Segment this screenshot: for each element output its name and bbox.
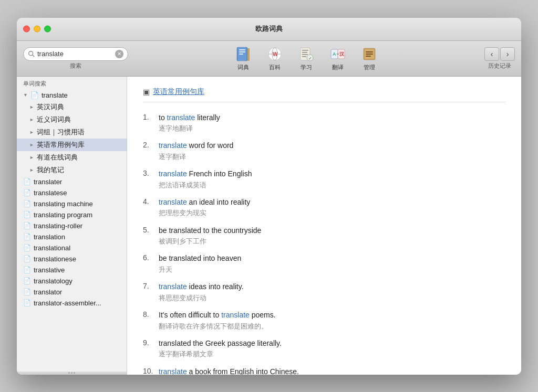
svg-rect-14 (302, 50, 308, 51)
example-en: It's often difficult to translate poems. (159, 310, 276, 321)
window-title: 欧路词典 (255, 24, 283, 34)
sidebar-item-youDao[interactable]: ►有道在线词典 (17, 151, 127, 164)
svg-rect-16 (302, 54, 308, 55)
search-clear-button[interactable]: ✕ (115, 50, 123, 58)
svg-rect-15 (302, 52, 307, 53)
toolbar-xuexi-button[interactable]: ✓ 学习 (292, 44, 321, 73)
example-content: translate a book from English into Chine… (159, 367, 299, 375)
toolbar-buttons: 词典 W 百科 (229, 44, 384, 73)
example-zh: 翻译诗歌在许多情况下都是困难的。 (159, 322, 276, 331)
guanli-icon (361, 46, 378, 62)
toolbar-guanli-button[interactable]: 管理 (355, 44, 384, 73)
main-content: 单词搜索 ▼📄translate►英汉词典►近义词词典►词组｜习惯用语►英语常用… (17, 77, 521, 375)
doc-icon: 📄 (23, 255, 31, 262)
search-label: 搜索 (70, 62, 81, 70)
sidebar-item-yinghan[interactable]: ►英汉词典 (17, 101, 127, 113)
svg-text:A: A (333, 51, 336, 57)
sidebar-item-translational[interactable]: 📄translational (17, 242, 127, 253)
maximize-button[interactable] (44, 26, 51, 33)
folder-icon: 📄 (30, 91, 39, 99)
fanyi-label: 翻译 (332, 63, 344, 71)
sidebar-item-label: 词组｜习惯用语 (37, 128, 85, 137)
sidebar-item-translater[interactable]: 📄translater (17, 176, 127, 187)
example-en: translate an ideal into reality (159, 197, 250, 208)
example-en: translated the Greek passage literally. (159, 338, 282, 349)
sidebar-item-label: translatology (34, 277, 73, 285)
chevron-right-icon: ► (29, 117, 34, 122)
sidebar-item-translation[interactable]: 📄translation (17, 231, 127, 242)
fanyi-icon: A 汉 (329, 46, 346, 62)
sidebar-item-liju[interactable]: ►英语常用例句库 (17, 139, 127, 151)
example-item: 8.It's often difficult to translate poem… (143, 310, 505, 331)
doc-icon: 📄 (23, 178, 31, 185)
chevron-down-icon: ▼ (23, 92, 28, 98)
sidebar-item-translatology[interactable]: 📄translatology (17, 276, 127, 287)
highlight-word: translate (159, 169, 187, 178)
example-number: 2. (143, 141, 154, 162)
sidebar-section-label: 单词搜索 (17, 77, 127, 90)
sidebar-item-label: 我的笔记 (37, 165, 64, 175)
chevron-right-icon: ► (29, 142, 34, 147)
sidebar-item-translative[interactable]: 📄translative (17, 264, 127, 276)
section-header-title[interactable]: 英语常用例句库 (153, 87, 204, 97)
sidebar-item-notes[interactable]: ►我的笔记 (17, 164, 127, 176)
sidebar-item-cizu[interactable]: ►词组｜习惯用语 (17, 126, 127, 139)
example-en: to translate literally (159, 113, 220, 123)
example-number: 4. (143, 197, 154, 218)
nav-arrows: ‹ › (484, 47, 515, 61)
baike-label: 百科 (269, 63, 281, 71)
search-input[interactable]: translate (37, 50, 113, 58)
doc-icon: 📄 (23, 266, 31, 273)
sidebar-item-jinyi[interactable]: ►近义词词典 (17, 113, 127, 126)
example-number: 8. (143, 310, 154, 331)
chevron-right-icon: ► (29, 130, 34, 135)
example-zh: 逐字地翻译 (159, 124, 220, 133)
toolbar: translate ✕ 搜索 词典 (17, 41, 521, 77)
highlight-word: translate (159, 282, 187, 291)
sidebar-item-label: 英语常用例句库 (37, 140, 85, 150)
example-item: 1.to translate literally逐字地翻译 (143, 113, 505, 134)
example-number: 3. (143, 169, 154, 190)
svg-point-0 (29, 51, 33, 55)
doc-icon: 📄 (23, 189, 31, 196)
minimize-button[interactable] (34, 26, 40, 33)
highlight-word: translate (167, 113, 195, 122)
sidebar-item-label: translating program (34, 211, 92, 219)
example-en: translate a book from English into Chine… (159, 367, 299, 375)
example-en: be translated to the countryside (159, 226, 261, 236)
example-item: 10.translate a book from English into Ch… (143, 367, 505, 375)
chevron-right-icon: ► (29, 104, 34, 110)
sidebar-item-translationese[interactable]: 📄translationese (17, 253, 127, 264)
doc-icon: 📄 (23, 288, 31, 295)
example-item: 4.translate an ideal into reality把理想变为现实 (143, 197, 505, 218)
nav-label: 历史记录 (488, 62, 511, 70)
sidebar-item-translate-root[interactable]: ▼📄translate (17, 90, 127, 101)
doc-icon: 📄 (23, 222, 31, 229)
sidebar-item-label: translating-roller (34, 222, 82, 230)
toolbar-cidian-button[interactable]: 词典 (229, 44, 258, 73)
sidebar-resize-handle[interactable] (17, 372, 127, 375)
content-area: ▣ 英语常用例句库 1.to translate literally逐字地翻译2… (127, 77, 521, 375)
doc-icon: 📄 (23, 277, 31, 284)
example-content: translate ideas into reality.将思想变成行动 (159, 282, 244, 303)
baike-icon: W (266, 46, 283, 62)
sidebar-item-translating-roller[interactable]: 📄translating-roller (17, 220, 127, 231)
forward-button[interactable]: › (500, 47, 515, 61)
close-button[interactable] (23, 26, 30, 33)
sidebar-item-translator[interactable]: 📄translator (17, 287, 127, 298)
xuexi-label: 学习 (301, 63, 312, 71)
svg-rect-27 (366, 54, 373, 55)
back-button[interactable]: ‹ (484, 47, 499, 61)
sidebar-item-label: translator (34, 288, 62, 296)
search-box[interactable]: translate ✕ (23, 47, 128, 61)
example-content: to translate literally逐字地翻译 (159, 113, 220, 134)
sidebar-item-translatese[interactable]: 📄translatese (17, 187, 127, 198)
example-en: be translated into heaven (159, 253, 241, 264)
sidebar-item-translating-machine[interactable]: 📄translating machine (17, 198, 127, 209)
toolbar-fanyi-button[interactable]: A 汉 翻译 (323, 44, 353, 73)
sidebar-item-translator-assembler[interactable]: 📄translator-assembler... (17, 298, 127, 309)
doc-icon: 📄 (23, 211, 31, 218)
doc-icon: 📄 (23, 244, 31, 251)
toolbar-baike-button[interactable]: W 百科 (260, 44, 289, 73)
sidebar-item-translating-program[interactable]: 📄translating program (17, 209, 127, 220)
